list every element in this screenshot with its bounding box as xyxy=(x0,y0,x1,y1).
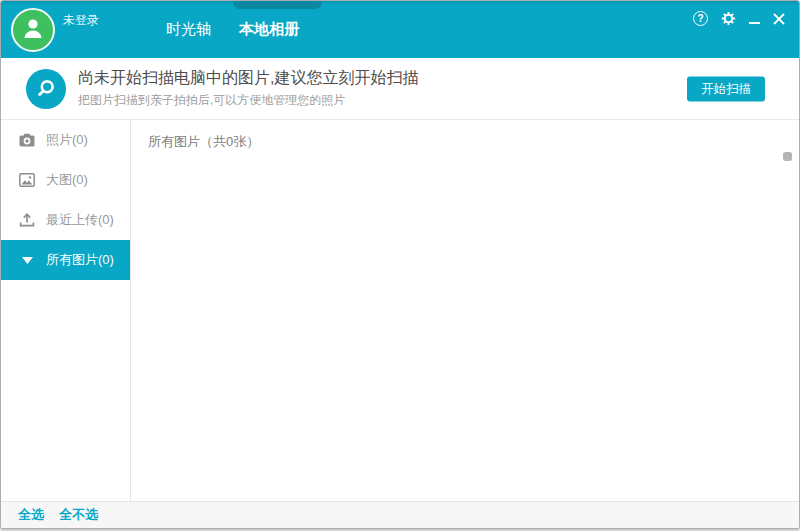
sidebar-item-label: 所有图片(0) xyxy=(46,251,114,269)
camera-icon xyxy=(18,133,36,147)
titlebar: 未登录 时光轴 本地相册 ? xyxy=(1,1,799,58)
avatar[interactable] xyxy=(11,8,55,52)
main-body: 照片(0) 大图(0) xyxy=(1,120,799,501)
sidebar-item-all-images[interactable]: 所有图片(0) xyxy=(1,240,130,280)
scan-search-icon xyxy=(26,69,66,109)
tab-local-album[interactable]: 本地相册 xyxy=(239,20,299,39)
sidebar: 照片(0) 大图(0) xyxy=(1,120,131,501)
window-controls: ? xyxy=(693,11,785,26)
start-scan-button[interactable]: 开始扫描 xyxy=(687,76,765,101)
user-icon xyxy=(20,15,46,45)
scan-banner: 尚未开始扫描电脑中的图片,建议您立刻开始扫描 把图片扫描到亲子拍拍后,可以方便地… xyxy=(1,58,799,120)
sidebar-item-large-images[interactable]: 大图(0) xyxy=(1,160,130,200)
scrollbar-thumb[interactable] xyxy=(783,152,792,161)
tab-timeline[interactable]: 时光轴 xyxy=(166,20,211,39)
content-area: 所有图片（共0张） xyxy=(131,120,799,501)
tab-bar: 时光轴 本地相册 xyxy=(166,1,299,58)
upload-icon xyxy=(18,213,36,227)
app-window: 未登录 时光轴 本地相册 ? xyxy=(0,0,800,529)
minimize-icon[interactable] xyxy=(749,14,760,24)
sidebar-item-label: 大图(0) xyxy=(46,171,88,189)
banner-subtitle: 把图片扫描到亲子拍拍后,可以方便地管理您的照片 xyxy=(78,92,418,109)
footer-bar: 全选 全不选 xyxy=(1,501,799,528)
close-icon[interactable] xyxy=(773,13,785,25)
sidebar-item-label: 照片(0) xyxy=(46,131,88,149)
banner-text: 尚未开始扫描电脑中的图片,建议您立刻开始扫描 把图片扫描到亲子拍拍后,可以方便地… xyxy=(78,68,418,109)
gear-icon[interactable] xyxy=(721,11,736,26)
sidebar-item-recent-uploads[interactable]: 最近上传(0) xyxy=(1,200,130,240)
help-icon[interactable]: ? xyxy=(693,11,708,26)
triangle-down-icon xyxy=(18,257,36,264)
login-status[interactable]: 未登录 xyxy=(63,12,99,29)
sidebar-item-label: 最近上传(0) xyxy=(46,211,114,229)
banner-title: 尚未开始扫描电脑中的图片,建议您立刻开始扫描 xyxy=(78,68,418,89)
sidebar-item-photos[interactable]: 照片(0) xyxy=(1,120,130,160)
content-heading: 所有图片（共0张） xyxy=(148,133,799,151)
select-none-link[interactable]: 全不选 xyxy=(59,506,98,524)
select-all-link[interactable]: 全选 xyxy=(18,506,44,524)
picture-icon xyxy=(18,173,36,187)
